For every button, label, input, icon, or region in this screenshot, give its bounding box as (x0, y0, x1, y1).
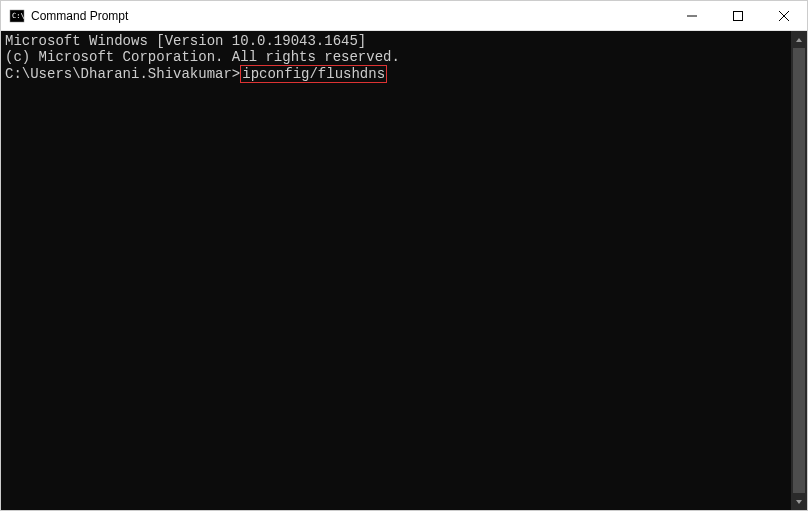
scroll-track[interactable] (791, 48, 807, 493)
prompt-path: C:\Users\Dharani.Shivakumar> (5, 66, 240, 82)
window-title: Command Prompt (31, 9, 669, 23)
scroll-down-arrow-icon[interactable] (791, 493, 807, 510)
command-prompt-window: C:\ Command Prompt Microsoft Windows [Ve… (0, 0, 808, 511)
version-line: Microsoft Windows [Version 10.0.19043.16… (5, 33, 787, 49)
svg-rect-3 (734, 11, 743, 20)
copyright-line: (c) Microsoft Corporation. All rights re… (5, 49, 787, 65)
scroll-up-arrow-icon[interactable] (791, 31, 807, 48)
titlebar[interactable]: C:\ Command Prompt (1, 1, 807, 31)
scroll-thumb[interactable] (793, 48, 805, 493)
command-text: ipconfig/flushdns (242, 66, 385, 82)
prompt-line: C:\Users\Dharani.Shivakumar>ipconfig/flu… (5, 65, 787, 83)
command-highlight: ipconfig/flushdns (240, 65, 387, 83)
vertical-scrollbar[interactable] (791, 31, 807, 510)
close-button[interactable] (761, 1, 807, 30)
terminal-area: Microsoft Windows [Version 10.0.19043.16… (1, 31, 807, 510)
maximize-button[interactable] (715, 1, 761, 30)
svg-text:C:\: C:\ (12, 12, 25, 20)
window-controls (669, 1, 807, 30)
app-icon: C:\ (9, 8, 25, 24)
minimize-button[interactable] (669, 1, 715, 30)
terminal-output[interactable]: Microsoft Windows [Version 10.0.19043.16… (1, 31, 791, 510)
